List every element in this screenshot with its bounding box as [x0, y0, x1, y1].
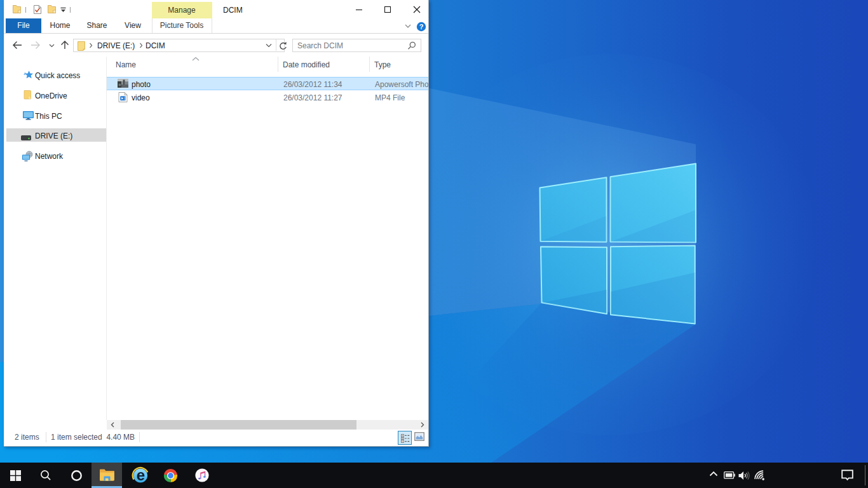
svg-text:?: ?: [419, 23, 424, 30]
